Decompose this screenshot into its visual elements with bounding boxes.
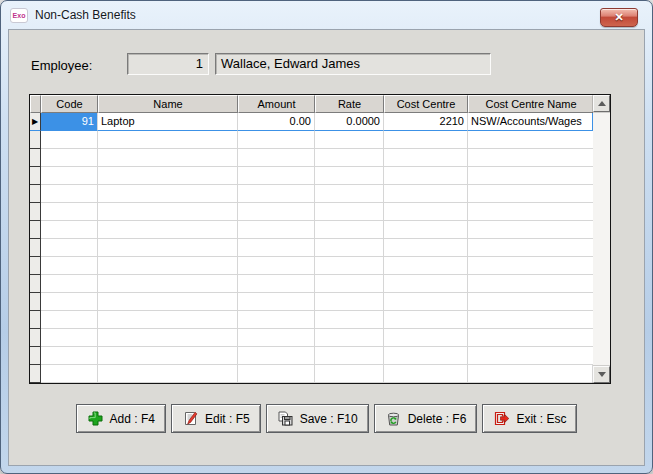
grid-cell[interactable] [315, 185, 384, 203]
grid-cell[interactable] [315, 203, 384, 221]
grid-cell[interactable] [41, 149, 98, 167]
grid-cell[interactable] [384, 167, 468, 185]
grid-cell[interactable] [98, 275, 238, 293]
grid-cell[interactable] [41, 221, 98, 239]
grid-cell[interactable] [238, 149, 315, 167]
grid-row[interactable] [30, 275, 593, 293]
save-button[interactable]: Save : F10 [266, 404, 369, 433]
grid-row[interactable] [30, 167, 593, 185]
grid-row[interactable] [30, 329, 593, 347]
grid-cell[interactable] [468, 203, 593, 221]
column-header[interactable]: Name [98, 95, 238, 113]
grid-cell[interactable] [98, 131, 238, 149]
grid-cell[interactable]: 91 [41, 113, 98, 131]
grid-row[interactable] [30, 131, 593, 149]
grid-cell[interactable] [238, 311, 315, 329]
grid-row[interactable] [30, 293, 593, 311]
grid-cell[interactable] [98, 311, 238, 329]
grid-cell[interactable] [315, 257, 384, 275]
grid-cell[interactable] [315, 347, 384, 365]
grid-cell[interactable] [468, 275, 593, 293]
grid-cell[interactable] [315, 311, 384, 329]
grid-cell[interactable] [384, 239, 468, 257]
edit-button[interactable]: Edit : F5 [171, 404, 261, 433]
grid-cell[interactable] [384, 149, 468, 167]
grid-cell[interactable] [315, 239, 384, 257]
grid-cell[interactable] [41, 185, 98, 203]
column-header[interactable]: Code [41, 95, 98, 113]
grid-cell[interactable] [468, 365, 593, 383]
titlebar[interactable]: Exo Non-Cash Benefits ✕ [1, 1, 652, 29]
grid-cell[interactable]: NSW/Accounts/Wages [468, 113, 593, 131]
grid-cell[interactable] [41, 329, 98, 347]
grid-cell[interactable] [238, 347, 315, 365]
grid-cell[interactable] [315, 167, 384, 185]
grid-cell[interactable] [41, 239, 98, 257]
grid-cell[interactable] [384, 257, 468, 275]
grid-cell[interactable]: 0.00 [238, 113, 315, 131]
scroll-down-button[interactable] [593, 366, 610, 383]
grid-cell[interactable] [98, 149, 238, 167]
grid-cell[interactable]: 0.0000 [315, 113, 384, 131]
grid-cell[interactable] [238, 293, 315, 311]
grid-cell[interactable] [468, 239, 593, 257]
grid-cell[interactable] [41, 275, 98, 293]
grid-cell[interactable] [41, 203, 98, 221]
grid-row[interactable] [30, 221, 593, 239]
grid-cell[interactable] [238, 329, 315, 347]
grid-cell[interactable] [384, 221, 468, 239]
add-button[interactable]: Add : F4 [76, 404, 166, 433]
delete-button[interactable]: Delete : F6 [374, 404, 478, 433]
column-header[interactable]: Rate [315, 95, 384, 113]
grid-cell[interactable] [238, 365, 315, 383]
employee-name-field[interactable]: Wallace, Edward James [215, 53, 491, 75]
grid-cell[interactable] [384, 203, 468, 221]
grid-cell[interactable] [41, 131, 98, 149]
grid-row[interactable] [30, 203, 593, 221]
grid-cell[interactable] [315, 365, 384, 383]
grid-cell[interactable] [98, 167, 238, 185]
scroll-up-button[interactable] [593, 95, 610, 112]
grid-cell[interactable] [238, 257, 315, 275]
grid-cell[interactable] [315, 275, 384, 293]
column-header[interactable]: Cost Centre Name [468, 95, 593, 113]
grid-cell[interactable] [315, 293, 384, 311]
grid-cell[interactable] [315, 131, 384, 149]
grid-cell[interactable] [41, 347, 98, 365]
scrollbar-track[interactable] [593, 112, 610, 366]
grid-row[interactable] [30, 257, 593, 275]
grid-cell[interactable] [468, 149, 593, 167]
grid-cell[interactable] [238, 185, 315, 203]
grid-cell[interactable] [238, 239, 315, 257]
vertical-scrollbar[interactable] [593, 95, 610, 383]
grid-cell[interactable] [384, 131, 468, 149]
grid-row[interactable] [30, 311, 593, 329]
grid-cell[interactable] [468, 347, 593, 365]
grid-cell[interactable] [98, 293, 238, 311]
close-button[interactable]: ✕ [600, 8, 638, 27]
grid-cell[interactable] [384, 275, 468, 293]
grid-cell[interactable] [41, 293, 98, 311]
employee-id-field[interactable]: 1 [127, 53, 209, 75]
grid-cell[interactable] [41, 365, 98, 383]
grid-cell[interactable] [238, 167, 315, 185]
grid-cell[interactable] [384, 293, 468, 311]
column-header[interactable]: Cost Centre [384, 95, 468, 113]
grid-cell[interactable] [98, 257, 238, 275]
grid-cell[interactable]: 2210 [384, 113, 468, 131]
grid-cell[interactable] [41, 167, 98, 185]
grid-cell[interactable] [238, 221, 315, 239]
grid-cell[interactable] [41, 311, 98, 329]
grid-cell[interactable] [41, 257, 98, 275]
grid-cell[interactable] [468, 329, 593, 347]
grid-cell[interactable] [468, 311, 593, 329]
grid-cell[interactable] [384, 311, 468, 329]
grid-row[interactable] [30, 365, 593, 383]
grid-cell[interactable] [238, 131, 315, 149]
grid-row[interactable] [30, 185, 593, 203]
grid-row[interactable] [30, 239, 593, 257]
grid-cell[interactable] [384, 365, 468, 383]
grid-cell[interactable] [384, 347, 468, 365]
grid-cell[interactable] [315, 221, 384, 239]
grid-row[interactable] [30, 149, 593, 167]
